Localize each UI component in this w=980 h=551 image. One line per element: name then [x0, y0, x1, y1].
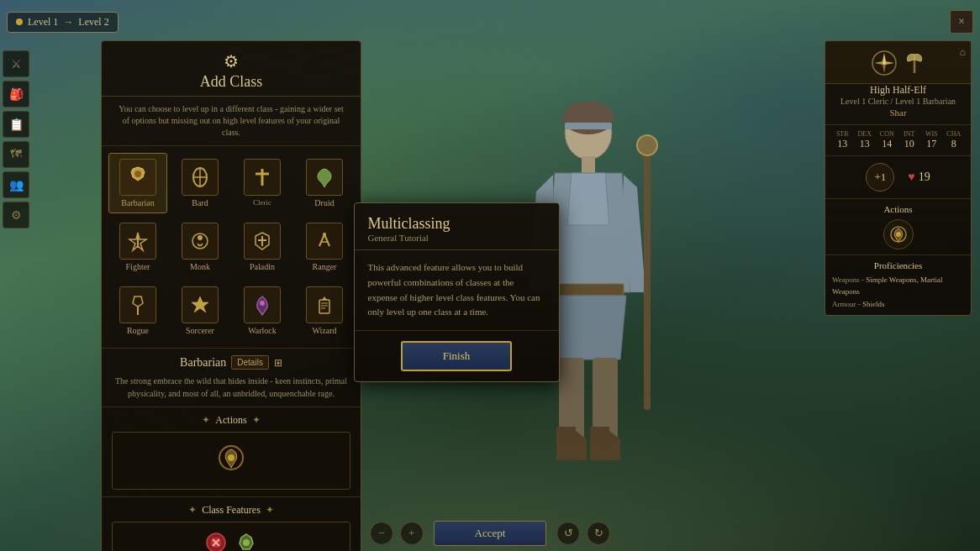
- dialog-body: This advanced feature allows you to buil…: [355, 250, 559, 330]
- dialog-title: Multiclassing: [368, 215, 545, 233]
- dialog-overlay: Multiclassing General Tutorial This adva…: [0, 0, 980, 551]
- dialog-subtitle: General Tutorial: [368, 233, 545, 243]
- dialog-footer: Finish: [355, 331, 559, 381]
- finish-button[interactable]: Finish: [401, 341, 513, 371]
- multiclassing-dialog: Multiclassing General Tutorial This adva…: [354, 202, 560, 381]
- dialog-header: Multiclassing General Tutorial: [355, 203, 559, 250]
